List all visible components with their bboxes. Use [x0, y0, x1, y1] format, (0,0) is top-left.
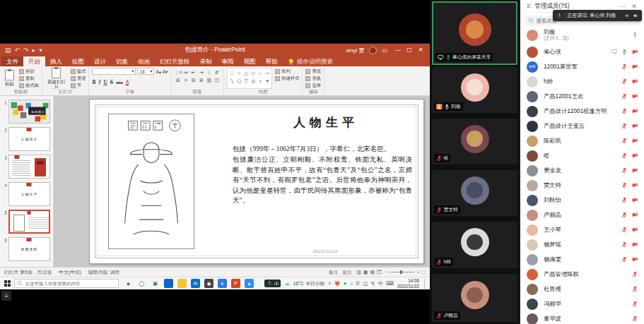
section-button[interactable]: 节	[71, 83, 86, 89]
shrink-font-icon[interactable]: A▾	[163, 69, 168, 74]
video-tile-4[interactable]: 贾文特	[432, 170, 517, 216]
mic-off-icon[interactable]	[621, 241, 628, 248]
mic-off-icon[interactable]	[632, 301, 638, 307]
photos-icon[interactable]: ◉	[204, 279, 213, 288]
participant-row[interactable]: 刘秋怡	[520, 193, 644, 208]
shape-arrow-icon[interactable]: ⇨	[265, 71, 269, 76]
mail-icon[interactable]: ✉	[191, 279, 200, 288]
redo-icon[interactable]: ↷	[23, 47, 29, 54]
strikethrough-button[interactable]: S	[110, 79, 113, 85]
mic-off-icon[interactable]	[621, 64, 628, 70]
mic-off-icon[interactable]	[621, 93, 628, 100]
cortana-icon[interactable]: ◯	[137, 279, 146, 288]
participant-row[interactable]: 董华波	[520, 311, 644, 324]
mic-off-icon[interactable]	[621, 152, 628, 159]
mic-off-icon[interactable]	[621, 123, 628, 129]
comments-button[interactable]: 批注	[343, 269, 353, 276]
cam-off-icon[interactable]	[632, 78, 638, 85]
paste-button[interactable]: 粘贴	[3, 68, 16, 89]
zoom-out-icon[interactable]: −	[386, 270, 389, 275]
monitor-icon[interactable]	[438, 54, 444, 61]
shape-pentagon-icon[interactable]: ⬠	[237, 78, 241, 84]
participant-row[interactable]: 杨湘雯	[520, 252, 644, 267]
mic-off-icon[interactable]	[621, 256, 628, 263]
grow-font-icon[interactable]: A▴	[156, 69, 160, 74]
ribbon-tab-审阅[interactable]: 审阅	[217, 56, 239, 66]
participant-row[interactable]: 产品设计12001祝逢方明	[520, 104, 644, 119]
account-name[interactable]: xinyi 贾	[346, 47, 364, 54]
shape-diamond-icon[interactable]: ◇	[252, 71, 255, 76]
participant-row[interactable]: 产品设计王雀云	[520, 119, 644, 133]
participant-row[interactable]: 产品管理陈权	[520, 267, 644, 282]
account-avatar[interactable]	[369, 47, 377, 54]
close-button[interactable]: ✕	[415, 44, 426, 56]
mic-off-icon[interactable]	[632, 286, 638, 292]
monitor-icon[interactable]	[611, 49, 618, 55]
host-icon[interactable]	[436, 104, 443, 110]
font-color-button[interactable]: A	[126, 79, 129, 85]
increase-indent-icon[interactable]: ⇥	[199, 70, 204, 76]
file-explorer-icon[interactable]	[177, 279, 187, 288]
fit-slide-icon[interactable]: ⛶	[422, 270, 426, 275]
powerpoint-icon[interactable]: P	[231, 279, 240, 288]
mic-off-icon[interactable]	[436, 313, 443, 319]
mic-off-icon[interactable]	[621, 227, 628, 233]
weather-text[interactable]: 16°C 今日小雨	[293, 280, 324, 287]
language-status[interactable]: 中文(中国)	[59, 269, 81, 276]
normal-view-icon[interactable]: ▥	[356, 270, 361, 275]
ribbon-tab-绘图[interactable]: 绘图	[67, 56, 89, 66]
zoom-slider[interactable]	[390, 272, 414, 272]
cut-button[interactable]: 剪切	[19, 68, 39, 75]
clear-format-button[interactable]: abc	[116, 80, 123, 85]
slide-number-status[interactable]: 幻灯片 第5张，共11张	[4, 269, 52, 276]
cam-off-icon[interactable]	[632, 197, 638, 203]
participant-row[interactable]: 蒋心侠	[520, 44, 644, 59]
slide-body-text[interactable]: 包拯（999年－1062年7月3日），字希仁，北宋名臣。 包拯廉洁公正、立朝刚毅…	[233, 144, 412, 206]
shape-plus-icon[interactable]: ＋	[258, 78, 263, 85]
ribbon-tab-录制[interactable]: 录制	[195, 56, 217, 66]
cam-off-icon[interactable]	[632, 49, 638, 55]
replace-button[interactable]: 替换	[305, 76, 321, 82]
mic-off-icon[interactable]	[632, 271, 638, 277]
bullets-icon[interactable]: ⋮≡	[174, 70, 182, 76]
ribbon-tab-帮助[interactable]: 帮助	[261, 56, 283, 66]
select-button[interactable]: 选择	[305, 83, 321, 89]
reset-button[interactable]: 重置	[71, 76, 86, 82]
align-center-icon[interactable]: ≡	[185, 78, 187, 83]
layout-button[interactable]: 版式	[71, 68, 86, 75]
arrange-button[interactable]: 排列	[275, 68, 299, 75]
ribbon-tab-开始[interactable]: 开始	[23, 56, 45, 66]
cam-off-icon[interactable]	[632, 108, 638, 114]
cam-off-icon[interactable]	[632, 256, 638, 263]
slide-thumbnail-4[interactable]: 人物生平	[8, 182, 50, 206]
ribbon-tab-幻灯片放映[interactable]: 幻灯片放映	[155, 56, 195, 66]
start-slideshow-icon[interactable]: ▸	[33, 47, 36, 54]
new-slide-button[interactable]: 新建幻灯片	[45, 68, 68, 89]
participant-row[interactable]: 贾文特	[520, 178, 644, 193]
slide-sorter-icon[interactable]: ▦	[363, 270, 368, 275]
firefox-icon[interactable]: 🦊	[334, 281, 341, 287]
participant-row[interactable]: 卢丽晶	[520, 208, 644, 222]
slide-thumbnail-1[interactable]: 包拯简介	[8, 100, 50, 124]
video-tile-1[interactable]: 蒋心侠的屏幕共享	[432, 1, 517, 65]
smartart-icon[interactable]: ◫	[214, 78, 219, 83]
ribbon-tab-视图[interactable]: 视图	[239, 56, 261, 66]
cam-off-icon[interactable]	[632, 152, 638, 159]
ribbon-tab-操作说明搜索[interactable]: 💡操作说明搜索	[283, 56, 339, 66]
ribbon-tab-设计[interactable]: 设计	[89, 56, 111, 66]
taskbar-clock[interactable]: 14:06 2022/11/22	[397, 278, 419, 289]
video-tile-5[interactable]: h帅	[432, 222, 517, 268]
columns-icon[interactable]: ▥	[206, 78, 211, 83]
copy-button[interactable]: 复制	[19, 76, 39, 82]
floating-list-icon[interactable]: ≡	[1, 291, 11, 301]
participant-row[interactable]: 冯丽华	[520, 296, 644, 311]
cam-off-icon[interactable]	[632, 138, 638, 144]
participant-row[interactable]: 杨梦瑶	[520, 237, 644, 252]
cam-off-icon[interactable]	[632, 64, 638, 70]
weather-icon[interactable]: ⛰	[124, 279, 133, 288]
mic-off-icon[interactable]	[436, 259, 443, 265]
font-size-select[interactable]: 18▾	[137, 68, 154, 75]
cam-off-icon[interactable]	[632, 212, 638, 218]
participant-row[interactable]: 王小琴	[520, 222, 644, 237]
cloud-weather-icon[interactable]: ☁	[284, 281, 290, 287]
